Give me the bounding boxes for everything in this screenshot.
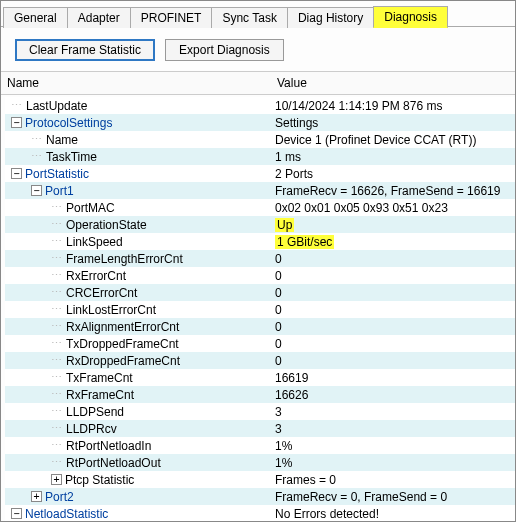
tree-node-name: RxDroppedFrameCnt — [66, 354, 180, 368]
tree-node-name: TxFrameCnt — [66, 371, 133, 385]
collapse-icon[interactable]: − — [31, 185, 42, 196]
expand-icon[interactable]: + — [51, 474, 62, 485]
collapse-icon[interactable]: − — [11, 117, 22, 128]
tree-node-name: LastUpdate — [26, 99, 87, 113]
tree-connector-icon: ⋯ — [51, 219, 66, 230]
tree-row[interactable]: ⋯TxFrameCnt16619 — [5, 369, 515, 386]
tab-profinet[interactable]: PROFINET — [130, 7, 213, 28]
tree-row[interactable]: ⋯FrameLengthErrorCnt0 — [5, 250, 515, 267]
tree-node-name: ProtocolSettings — [25, 116, 112, 130]
tree-row[interactable]: ⋯PortMAC0x02 0x01 0x05 0x93 0x51 0x23 — [5, 199, 515, 216]
tree-node-name: RxAlignmentErrorCnt — [66, 320, 179, 334]
tree-connector-icon: ⋯ — [51, 457, 66, 468]
tree-node-name: RtPortNetloadIn — [66, 439, 151, 453]
tree-node-name: LinkLostErrorCnt — [66, 303, 156, 317]
tree-node-value: 1 GBit/sec — [271, 235, 515, 249]
tree-connector-icon: ⋯ — [51, 389, 66, 400]
tree-row[interactable]: −Port1FrameRecv = 16626, FrameSend = 166… — [5, 182, 515, 199]
tab-diagnosis[interactable]: Diagnosis — [373, 6, 448, 28]
tree-connector-icon: ⋯ — [51, 236, 66, 247]
tree-node-name: LLDPSend — [66, 405, 124, 419]
tree-node-value: 0 — [271, 320, 515, 334]
tree-row[interactable]: ⋯LLDPSend3 — [5, 403, 515, 420]
tree-row[interactable]: ⋯RxErrorCnt0 — [5, 267, 515, 284]
tree-node-name: TaskTime — [46, 150, 97, 164]
diagnosis-panel: GeneralAdapterPROFINETSync TaskDiag Hist… — [0, 0, 516, 522]
tree-row[interactable]: ⋯OperationStateUp — [5, 216, 515, 233]
tree-node-value: 1% — [271, 439, 515, 453]
tree-connector-icon: ⋯ — [51, 202, 66, 213]
tree-connector-icon: ⋯ — [51, 406, 66, 417]
tree-row[interactable]: ⋯LinkSpeed1 GBit/sec — [5, 233, 515, 250]
tree-connector-icon: ⋯ — [11, 100, 26, 111]
tree-row[interactable]: ⋯LastUpdate10/14/2024 1:14:19 PM 876 ms — [5, 97, 515, 114]
tree-row[interactable]: +Ptcp StatisticFrames = 0 — [5, 471, 515, 488]
tree-row[interactable]: ⋯TxDroppedFrameCnt0 — [5, 335, 515, 352]
tree-row[interactable]: ⋯RtPortNetloadIn1% — [5, 437, 515, 454]
tree-node-name: Port2 — [45, 490, 74, 504]
tree-row[interactable]: −NetloadStatisticNo Errors detected! — [5, 505, 515, 522]
tree-node-name: RtPortNetloadOut — [66, 456, 161, 470]
tree-row[interactable]: −PortStatistic2 Ports — [5, 165, 515, 182]
collapse-icon[interactable]: − — [11, 168, 22, 179]
tree-node-value: Up — [271, 218, 515, 232]
tree-row[interactable]: ⋯RxDroppedFrameCnt0 — [5, 352, 515, 369]
tree-connector-icon: ⋯ — [31, 134, 46, 145]
tree-node-value: 1% — [271, 456, 515, 470]
grid-header-value[interactable]: Value — [271, 72, 515, 94]
tree-row[interactable]: ⋯LLDPRcv3 — [5, 420, 515, 437]
tree-node-name: FrameLengthErrorCnt — [66, 252, 183, 266]
tree-connector-icon: ⋯ — [51, 270, 66, 281]
tree-node-value: Settings — [271, 116, 515, 130]
tree-connector-icon: ⋯ — [51, 355, 66, 366]
tree-node-value: 1 ms — [271, 150, 515, 164]
tree-node-name: RxErrorCnt — [66, 269, 126, 283]
tree-connector-icon: ⋯ — [51, 321, 66, 332]
grid-header-name[interactable]: Name — [1, 72, 271, 94]
tree-node-value: 16626 — [271, 388, 515, 402]
tree-row[interactable]: ⋯RtPortNetloadOut1% — [5, 454, 515, 471]
tree-node-value: 0 — [271, 303, 515, 317]
tree-node-value: 0 — [271, 286, 515, 300]
tree-node-name: TxDroppedFrameCnt — [66, 337, 179, 351]
tab-sync-task[interactable]: Sync Task — [211, 7, 287, 28]
tree-node-name: CRCErrorCnt — [66, 286, 137, 300]
tree-node-value: 0 — [271, 269, 515, 283]
tab-adapter[interactable]: Adapter — [67, 7, 131, 28]
tree-node-value: 0 — [271, 252, 515, 266]
tree-node-value: 16619 — [271, 371, 515, 385]
tree-row[interactable]: −ProtocolSettingsSettings — [5, 114, 515, 131]
export-diagnosis-button[interactable]: Export Diagnosis — [165, 39, 284, 61]
diagnosis-tree[interactable]: ⋯LastUpdate10/14/2024 1:14:19 PM 876 ms−… — [1, 95, 515, 522]
tree-node-name: LinkSpeed — [66, 235, 123, 249]
tree-node-value: No Errors detected! — [271, 507, 515, 521]
tree-node-value: Frames = 0 — [271, 473, 515, 487]
tree-row[interactable]: +Port2FrameRecv = 0, FrameSend = 0 — [5, 488, 515, 505]
tree-connector-icon: ⋯ — [31, 151, 46, 162]
tree-connector-icon: ⋯ — [51, 304, 66, 315]
tab-bar: GeneralAdapterPROFINETSync TaskDiag Hist… — [1, 1, 515, 27]
tab-general[interactable]: General — [3, 7, 68, 28]
tree-node-name: Name — [46, 133, 78, 147]
tree-row[interactable]: ⋯LinkLostErrorCnt0 — [5, 301, 515, 318]
tree-node-value: 0 — [271, 337, 515, 351]
tree-row[interactable]: ⋯TaskTime1 ms — [5, 148, 515, 165]
tree-connector-icon: ⋯ — [51, 440, 66, 451]
collapse-icon[interactable]: − — [11, 508, 22, 519]
tree-node-name: PortMAC — [66, 201, 115, 215]
tree-row[interactable]: ⋯NameDevice 1 (Profinet Device CCAT (RT)… — [5, 131, 515, 148]
tree-node-value: FrameRecv = 16626, FrameSend = 16619 — [271, 184, 515, 198]
tree-node-name: RxFrameCnt — [66, 388, 134, 402]
tree-node-value: 0 — [271, 354, 515, 368]
tree-connector-icon: ⋯ — [51, 423, 66, 434]
tab-diag-history[interactable]: Diag History — [287, 7, 374, 28]
expand-icon[interactable]: + — [31, 491, 42, 502]
tree-node-value: 3 — [271, 405, 515, 419]
tree-node-name: NetloadStatistic — [25, 507, 108, 521]
tree-row[interactable]: ⋯CRCErrorCnt0 — [5, 284, 515, 301]
tree-node-value: 2 Ports — [271, 167, 515, 181]
tree-row[interactable]: ⋯RxAlignmentErrorCnt0 — [5, 318, 515, 335]
clear-frame-statistic-button[interactable]: Clear Frame Statistic — [15, 39, 155, 61]
tree-row[interactable]: ⋯RxFrameCnt16626 — [5, 386, 515, 403]
tree-node-name: Port1 — [45, 184, 74, 198]
